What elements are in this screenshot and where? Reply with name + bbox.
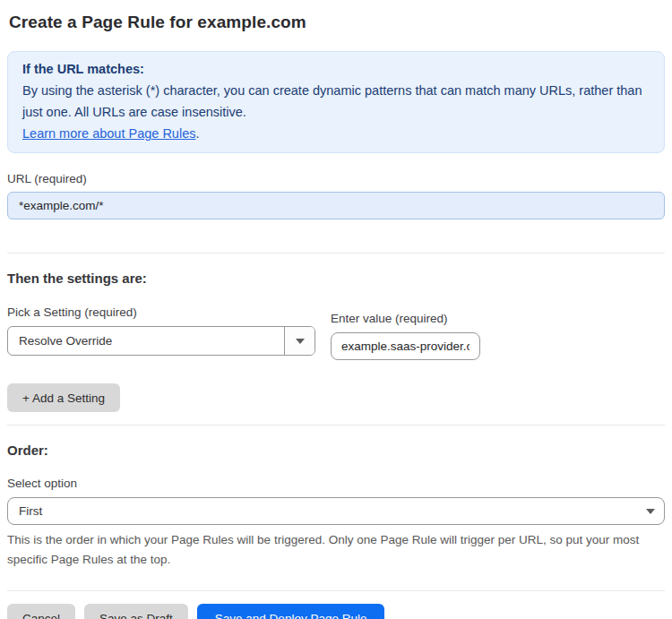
url-match-info-box: If the URL matches: By using the asteris… [7, 51, 665, 153]
order-dropdown-button[interactable] [637, 498, 664, 524]
pick-setting-column: Pick a Setting (required) Resolve Overri… [7, 286, 315, 360]
pick-setting-selected-value: Resolve Override [8, 327, 284, 355]
settings-heading: Then the settings are: [7, 271, 665, 286]
save-as-draft-button[interactable]: Save as Draft [84, 604, 188, 619]
info-box-link-line: Learn more about Page Rules. [22, 123, 650, 144]
info-box-body: By using the asterisk (*) character, you… [22, 80, 650, 123]
pick-setting-select[interactable]: Resolve Override [7, 326, 315, 356]
save-and-deploy-button[interactable]: Save and Deploy Page Rule [197, 604, 385, 619]
url-label: URL (required) [7, 172, 665, 185]
order-help-text: This is the order in which your Page Rul… [7, 530, 663, 570]
order-select[interactable]: First [7, 497, 665, 525]
pick-setting-label: Pick a Setting (required) [7, 305, 315, 319]
divider [7, 425, 665, 426]
page-title: Create a Page Rule for example.com [9, 13, 663, 32]
add-setting-button[interactable]: + Add a Setting [7, 383, 120, 412]
select-option-label: Select option [7, 477, 665, 490]
enter-value-column: Enter value (required) [331, 286, 480, 360]
order-heading: Order: [7, 443, 665, 458]
order-selected-value: First [8, 498, 637, 524]
link-suffix: . [195, 126, 199, 141]
learn-more-link[interactable]: Learn more about Page Rules [22, 126, 195, 141]
chevron-down-icon [646, 509, 655, 514]
chevron-down-icon [296, 339, 305, 344]
enter-value-label: Enter value (required) [331, 312, 480, 325]
enter-value-input[interactable] [331, 332, 480, 360]
url-input[interactable] [7, 192, 665, 219]
divider [7, 590, 665, 591]
page-rule-form: Create a Page Rule for example.com If th… [0, 0, 672, 619]
cancel-button[interactable]: Cancel [7, 604, 75, 619]
settings-row: Pick a Setting (required) Resolve Overri… [7, 286, 665, 360]
divider [7, 253, 665, 254]
form-actions: Cancel Save as Draft Save and Deploy Pag… [7, 604, 665, 619]
pick-setting-dropdown-button[interactable] [284, 327, 314, 355]
info-box-heading: If the URL matches: [22, 58, 650, 80]
